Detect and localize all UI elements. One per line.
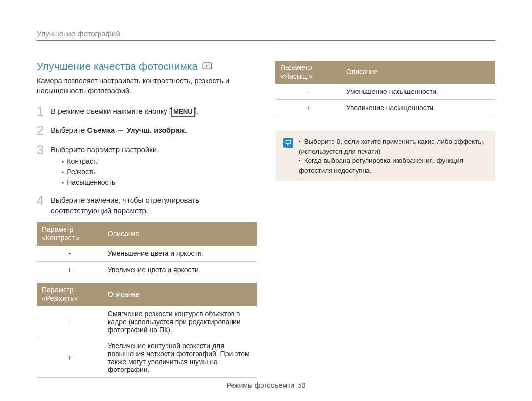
list-item: Резкость — [62, 167, 159, 177]
step-4-text: Выберите значение, чтобы отрегулировать … — [51, 194, 257, 216]
table-header-param: Параметр «Резкость» — [37, 283, 103, 306]
footer-label: Режимы фотосъемки — [227, 381, 294, 389]
param-desc: Увеличение насыщенности. — [341, 100, 495, 116]
step-1-prefix: В режиме съемки нажмите кнопку [ — [51, 107, 171, 115]
step-3-text: Выберите параметр настройки. Контраст. Р… — [51, 144, 159, 187]
param-symbol: - — [37, 306, 103, 338]
step-4: 4 Выберите значение, чтобы отрегулироват… — [37, 194, 257, 216]
table-header-desc: Описание — [103, 222, 257, 246]
step-2: 2 Выберите Съемка → Улучш. изображ. — [37, 124, 257, 137]
table-row: + Увеличение цвета и яркости. — [37, 261, 257, 278]
page-header: Улучшение фотографий — [37, 30, 495, 41]
svg-text:P: P — [206, 64, 209, 68]
step-number: 2 — [37, 124, 46, 137]
page-footer: Режимы фотосъемки 50 — [0, 381, 532, 389]
note-list: Выберите 0, если хотите применить какие-… — [299, 137, 487, 175]
note-box: Выберите 0, если хотите применить какие-… — [275, 131, 495, 181]
list-item: Насыщенность — [62, 177, 159, 187]
left-column: Улучшение качества фотоснимка P Камера п… — [37, 61, 257, 378]
list-item: Контраст. — [62, 156, 159, 167]
step-2-text: Выберите Съемка → Улучш. изображ. — [51, 124, 187, 137]
param-symbol: + — [37, 261, 103, 278]
page-header-text: Улучшение фотографий — [37, 30, 120, 38]
param-symbol: - — [275, 84, 341, 100]
param-desc: Увеличение контурной резкости для повыше… — [103, 338, 257, 377]
step-3: 3 Выберите параметр настройки. Контраст.… — [37, 144, 257, 187]
table-header-param: Параметр «Контраст.» — [37, 222, 103, 246]
param-desc: Увеличение цвета и яркости. — [103, 261, 257, 278]
table-header-desc: Описание — [341, 61, 495, 84]
param-symbol: + — [275, 100, 341, 116]
table-row: - Смягчение резкости контуров объектов в… — [37, 306, 257, 338]
info-icon — [283, 138, 293, 148]
table-header-param: Параметр «Насыщ.» — [275, 61, 341, 84]
contrast-table: Параметр «Контраст.» Описание - Уменьшен… — [37, 222, 257, 278]
table-row: - Уменьшение насыщенности. — [275, 84, 495, 100]
step-number: 4 — [37, 194, 46, 216]
step-1-suffix: ]. — [195, 107, 199, 115]
section-title: Улучшение качества фотоснимка — [37, 61, 198, 72]
step-number: 3 — [37, 144, 46, 187]
param-desc: Смягчение резкости контуров объектов в к… — [103, 306, 257, 338]
sharpness-table: Параметр «Резкость» Описание - Смягчение… — [37, 283, 257, 378]
note-item: Выберите 0, если хотите применить какие-… — [299, 137, 487, 156]
param-desc: Уменьшение насыщенности. — [341, 84, 495, 100]
footer-page-number: 50 — [298, 381, 306, 389]
step-1-text: В режиме съемки нажмите кнопку [MENU]. — [51, 105, 199, 118]
right-column: Параметр «Насыщ.» Описание - Уменьшение … — [275, 61, 495, 378]
param-symbol: + — [37, 338, 103, 377]
table-row: + Увеличение контурной резкости для повы… — [37, 338, 257, 377]
step-number: 1 — [37, 105, 46, 118]
table-row: + Увеличение насыщенности. — [275, 100, 495, 116]
table-header-desc: Описание — [103, 283, 257, 306]
step-3-bullets: Контраст. Резкость Насыщенность — [51, 156, 159, 187]
param-symbol: - — [37, 246, 103, 262]
note-item: Когда выбрана регулировка изображения, ф… — [299, 156, 487, 175]
step-1: 1 В режиме съемки нажмите кнопку [MENU]. — [37, 105, 257, 118]
table-row: - Уменьшение цвета и яркости. — [37, 246, 257, 262]
intro-text: Камера позволяет настраивать контрастнос… — [37, 76, 257, 95]
step-3-main: Выберите параметр настройки. — [51, 145, 159, 154]
saturation-table: Параметр «Насыщ.» Описание - Уменьшение … — [275, 61, 495, 116]
step-2-path: Съемка → Улучш. изображ. — [87, 126, 187, 134]
param-desc: Уменьшение цвета и яркости. — [103, 246, 257, 262]
menu-button-label: MENU — [171, 107, 195, 117]
camera-p-icon: P — [202, 62, 212, 71]
step-2-prefix: Выберите — [51, 126, 87, 134]
